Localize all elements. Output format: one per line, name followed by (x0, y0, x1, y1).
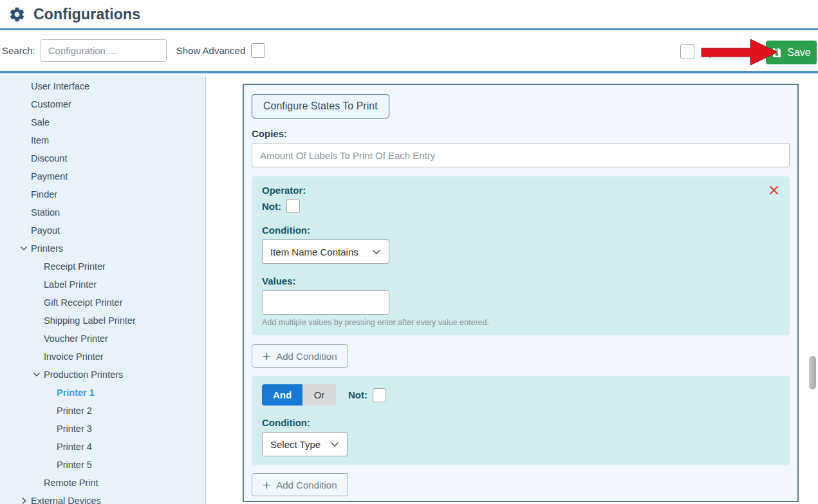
sidebar-item-label: Finder (31, 189, 57, 200)
sidebar-item-label: Printer 3 (57, 424, 92, 434)
sidebar-item-label: User Interface (31, 81, 89, 91)
condition-block-1: Operator: Not: Condition: Item Name Cont… (252, 176, 790, 335)
toolbar: Search: Show Advanced Update For All Sav… (0, 30, 818, 73)
plus-icon: + (263, 478, 270, 492)
app-header: Configurations (0, 0, 818, 30)
sidebar-item-printer-4[interactable]: Printer 4 (0, 438, 205, 456)
sidebar-item-production-printers[interactable]: Production Printers (0, 366, 205, 384)
sidebar-item-printer-3[interactable]: Printer 3 (0, 420, 205, 438)
save-button[interactable]: Save (766, 41, 817, 64)
add-condition-button[interactable]: + Add Condition (252, 344, 348, 368)
sidebar-item-label: Production Printers (44, 369, 123, 380)
printer-config-panel: Configure States To Print Copies: Operat… (243, 84, 799, 502)
sidebar-item-label: Payout (31, 225, 60, 236)
condition-type-value: Select Type (270, 439, 321, 450)
remove-condition-icon[interactable] (768, 185, 779, 196)
sidebar-nav: User InterfaceCustomerSaleItemDiscountPa… (0, 75, 206, 504)
search-input[interactable] (41, 39, 167, 62)
sidebar-item-shipping-label-printer[interactable]: Shipping Label Printer (0, 312, 205, 330)
condition-type-select[interactable]: Select Type (262, 432, 348, 456)
sidebar-item-label: Label Printer (44, 279, 97, 290)
update-for-all-checkbox[interactable] (680, 44, 694, 59)
show-advanced-checkbox[interactable] (251, 43, 265, 58)
condition-label: Condition: (262, 225, 779, 236)
condition-label: Condition: (262, 417, 779, 428)
values-input[interactable] (262, 290, 389, 315)
sidebar-item-payment[interactable]: Payment (0, 167, 205, 185)
chevron-right-icon (19, 496, 28, 504)
show-advanced-label: Show Advanced (176, 45, 246, 56)
sidebar-item-label: Remote Print (44, 478, 98, 488)
condition-type-value: Item Name Contains (270, 247, 358, 257)
sidebar-item-discount[interactable]: Discount (0, 149, 205, 167)
sidebar-item-label: Item (31, 135, 49, 145)
add-condition-label: Add Condition (276, 351, 337, 362)
copies-input[interactable] (252, 143, 790, 167)
sidebar-item-item[interactable]: Item (0, 131, 205, 149)
sidebar-item-printer-2[interactable]: Printer 2 (0, 402, 205, 420)
sidebar-item-label: Printers (31, 243, 63, 254)
sidebar-item-receipt-printer[interactable]: Receipt Printer (0, 257, 205, 275)
sidebar-item-label: Sale (31, 117, 50, 127)
not-checkbox[interactable] (373, 388, 386, 402)
sidebar-item-label: Printer 2 (57, 406, 92, 416)
sidebar-item-printer-1[interactable]: Printer 1 (0, 384, 205, 402)
configure-states-button[interactable]: Configure States To Print (252, 94, 389, 118)
sidebar-item-label: Discount (31, 153, 67, 163)
sidebar-item-label: Voucher Printer (44, 333, 108, 344)
sidebar-item-label: Printer 1 (57, 387, 95, 398)
sidebar-item-gift-receipt-printer[interactable]: Gift Receipt Printer (0, 294, 205, 312)
scrollbar-thumb[interactable] (809, 356, 816, 389)
chevron-down-icon (372, 249, 381, 255)
sidebar-item-payout[interactable]: Payout (0, 221, 205, 239)
not-checkbox[interactable] (286, 199, 300, 213)
sidebar-item-sale[interactable]: Sale (0, 113, 205, 131)
sidebar-item-printers[interactable]: Printers (0, 239, 205, 257)
chevron-down-icon (32, 370, 41, 379)
and-toggle-button[interactable]: And (262, 384, 302, 406)
sidebar-item-user-interface[interactable]: User Interface (0, 77, 205, 95)
chevron-down-icon (19, 244, 28, 253)
condition-type-select[interactable]: Item Name Contains (262, 239, 389, 264)
search-label: Search: (2, 45, 35, 56)
not-label: Not: (262, 201, 281, 212)
add-condition-button[interactable]: + Add Condition (252, 473, 348, 496)
sidebar-item-external-devices[interactable]: External Devices (0, 492, 205, 504)
gear-icon (8, 6, 26, 23)
sidebar-item-label: Invoice Printer (44, 351, 104, 362)
sidebar-item-printer-5[interactable]: Printer 5 (0, 456, 205, 474)
not-label: Not: (348, 389, 367, 400)
add-condition-label: Add Condition (276, 480, 337, 490)
sidebar-item-station[interactable]: Station (0, 203, 205, 221)
sidebar-item-label: External Devices (31, 496, 101, 504)
save-button-label: Save (787, 47, 810, 59)
values-hint: Add multiple values by pressing enter af… (262, 318, 779, 327)
or-toggle-button[interactable]: Or (302, 384, 336, 406)
sidebar-item-label: Printer 5 (57, 460, 92, 470)
sidebar-item-label: Receipt Printer (44, 261, 106, 272)
sidebar-item-voucher-printer[interactable]: Voucher Printer (0, 330, 205, 348)
sidebar-item-label: Station (31, 207, 60, 218)
sidebar-item-label: Gift Receipt Printer (44, 297, 123, 308)
sidebar-item-remote-print[interactable]: Remote Print (0, 474, 205, 492)
sidebar-item-invoice-printer[interactable]: Invoice Printer (0, 348, 205, 366)
sidebar-item-finder[interactable]: Finder (0, 185, 205, 203)
chevron-down-icon (330, 442, 339, 447)
sidebar-item-customer[interactable]: Customer (0, 95, 205, 113)
sidebar-item-label-printer[interactable]: Label Printer (0, 275, 205, 294)
save-floppy-icon (772, 48, 782, 58)
sidebar-item-label: Customer (31, 99, 71, 109)
condition-block-2: And Or Not: Condition: Select Type (252, 376, 790, 465)
sidebar-item-label: Payment (31, 171, 68, 182)
copies-label: Copies: (252, 128, 790, 139)
values-label: Values: (262, 275, 779, 286)
operator-label: Operator: (262, 185, 779, 196)
plus-icon: + (263, 350, 270, 363)
update-for-all-label: Update For All (702, 47, 765, 58)
page-title: Configurations (33, 6, 140, 23)
sidebar-item-label: Printer 4 (57, 442, 92, 452)
sidebar-item-label: Shipping Label Printer (44, 315, 136, 326)
main-content: Configure States To Print Copies: Operat… (206, 75, 818, 504)
